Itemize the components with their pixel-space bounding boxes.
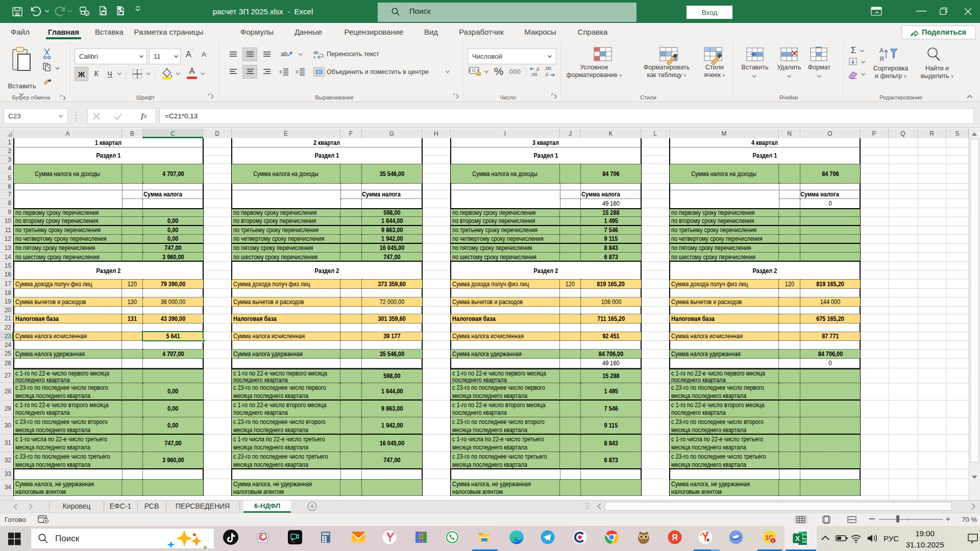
svg-text:,00: ,00 bbox=[531, 72, 537, 77]
svg-text:,0: ,0 bbox=[535, 67, 540, 72]
svg-text:,00: ,00 bbox=[545, 66, 551, 71]
svg-text:,0: ,0 bbox=[545, 72, 549, 77]
svg-text:1: 1 bbox=[772, 538, 774, 543]
svg-text:c: c bbox=[313, 55, 316, 60]
svg-text:Я: Я bbox=[672, 533, 678, 542]
svg-text:X: X bbox=[795, 535, 800, 542]
svg-text:А: А bbox=[879, 47, 884, 54]
svg-text:Я: Я bbox=[879, 56, 884, 63]
svg-text:ab: ab bbox=[281, 51, 288, 58]
svg-text:Free: Free bbox=[291, 541, 295, 543]
